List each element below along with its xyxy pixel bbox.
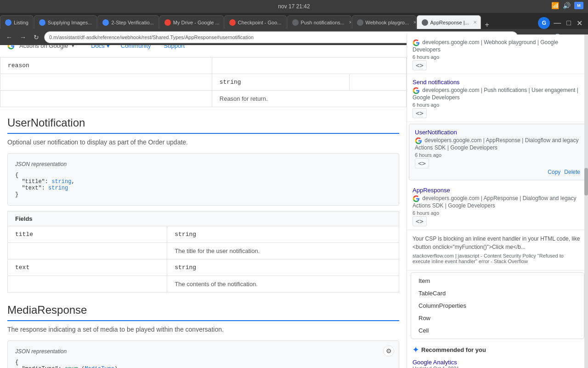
media-response-heading: MediaResponse (7, 304, 399, 321)
tab-2step[interactable]: 2-Step Verificatio... (97, 15, 158, 29)
tab-appresponse[interactable]: AppResponse |... ✕ (417, 15, 481, 29)
history-item-webhook[interactable]: developers.google.com | Webhook playgrou… (407, 34, 588, 74)
table-row: Reason for return. (0, 91, 407, 107)
media-response-json-block: JSON representation { "mediaType": enum … (7, 340, 399, 368)
reload-button[interactable]: ↻ (31, 33, 41, 42)
dropdown-item-columnproperties[interactable]: ColumnProperties (411, 299, 584, 312)
page-wrapper: Actions on Google ▾ Docs ▾ Community Sup… (0, 34, 588, 368)
history-item-csp[interactable]: Your CSP is blocking an inline event han… (407, 230, 588, 270)
browser-chrome: nov 17 21:42 📶 🔊 M Listing Supplying Ima… (0, 0, 588, 34)
recommended-label: Recommended for you (421, 346, 486, 353)
settings-icon[interactable]: ⚙ (383, 345, 394, 356)
tab-webhook-close[interactable]: ✕ (413, 20, 416, 25)
new-tab-button[interactable]: + (481, 21, 493, 29)
csp-domain: stackoverflow.com | javascript - Content… (413, 253, 582, 264)
code-icon-send-notif: <> (413, 109, 582, 117)
close-button[interactable]: ✕ (575, 19, 584, 28)
reason-desc-empty (0, 91, 212, 107)
tab-mydrive[interactable]: My Drive - Google ... (159, 15, 224, 29)
main-content: Actions on Google ▾ Docs ▾ Community Sup… (0, 34, 407, 368)
user-notification-heading: UserNotification (7, 116, 399, 134)
send-notif-time: 6 hours ago (413, 102, 582, 108)
minimize-button[interactable]: — (552, 19, 563, 27)
user-notif-history-time: 6 hours ago (415, 152, 580, 158)
top-table-container: reason string Reason for return. (0, 58, 407, 107)
send-notif-title[interactable]: Send notifications (413, 79, 582, 86)
copy-delete-row: Copy Delete (415, 169, 580, 175)
forward-button[interactable]: → (17, 33, 28, 42)
reason-field-empty (0, 74, 212, 91)
send-notif-domain-text: developers.google.com | Push notificatio… (413, 87, 578, 101)
fields-header: Fields (7, 211, 399, 226)
code-icon-appresponse: <> (413, 218, 582, 225)
analytics-title[interactable]: Google Analytics (413, 359, 582, 366)
user-notification-section: UserNotification Optional user notificat… (0, 116, 407, 293)
dropdown-item-row[interactable]: Row (411, 312, 584, 324)
json-code-display: { "title": string, "text": string } (15, 172, 391, 198)
webhook-domain-text: developers.google.com | Webhook playgrou… (413, 39, 558, 53)
user-notif-history-domain: developers.google.com | AppResponse | Di… (415, 137, 580, 151)
table-row: text string (8, 259, 399, 276)
reason-field-empty2 (350, 74, 407, 91)
tab-checkpoint-label: Checkpoint - Goo... (238, 20, 282, 25)
tabs-bar: Listing Supplying Images... 2-Step Verif… (0, 13, 588, 29)
text-empty (8, 276, 167, 293)
media-response-desc: The response indicating a set of media t… (7, 326, 399, 333)
history-item-appresponse[interactable]: AppResponse developers.google.com | AppR… (407, 182, 588, 230)
title-field-desc: The title for the user notification. (167, 243, 399, 259)
copy-button[interactable]: Copy (548, 169, 560, 175)
tab-supplying-label: Supplying Images... (48, 20, 92, 25)
tab-checkpoint[interactable]: Checkpoint - Goo... (224, 15, 287, 29)
tab-appresponse-close[interactable]: ✕ (473, 20, 477, 25)
user-notif-history-title[interactable]: UserNotification (415, 129, 580, 136)
tab-push[interactable]: Push notifications... ✕ (287, 15, 351, 29)
send-notif-domain: developers.google.com | Push notificatio… (413, 87, 582, 101)
tab-webhook[interactable]: Webhook playgro... ✕ (352, 15, 416, 29)
profile-icon: G (538, 17, 550, 29)
code-icon-webhook: <> (413, 62, 582, 69)
appresponse-history-domain-text: developers.google.com | AppResponse | Di… (413, 195, 576, 209)
title-empty (8, 243, 167, 259)
delete-button[interactable]: Delete (564, 169, 580, 175)
dropdown-item-cell[interactable]: Cell (411, 324, 584, 337)
reason-table: reason string Reason for return. (0, 58, 407, 107)
title-bar: nov 17 21:42 📶 🔊 M (0, 0, 588, 13)
address-text: 0.m/assistant/df-asdk/reference/webhook/… (49, 34, 254, 40)
sparkle-icon: ✦ (413, 345, 418, 354)
back-button[interactable]: ← (4, 33, 15, 42)
appresponse-history-domain: developers.google.com | AppResponse | Di… (413, 195, 582, 209)
webhook-time: 6 hours ago (413, 54, 582, 60)
recommended-section: ✦ Recommended for you Google Analytics U… (407, 341, 588, 368)
table-row: title string (8, 226, 399, 243)
dropdown-item-item[interactable]: Item (411, 275, 584, 287)
recommended-item-analytics[interactable]: Google Analytics Updated Oct 1, 2021 (413, 359, 582, 368)
history-item-send-notif[interactable]: Send notifications developers.google.com… (407, 74, 588, 122)
tab-push-close[interactable]: ✕ (349, 20, 351, 25)
tab-listing[interactable]: Listing (0, 15, 34, 29)
fields-table: title string The title for the user noti… (7, 226, 399, 293)
text-field-desc: The contents of the notification. (167, 276, 399, 293)
history-item-user-notif[interactable]: UserNotification developers.google.com |… (409, 124, 586, 180)
code-icon-user-notif: <> (415, 160, 580, 167)
tab-supplying[interactable]: Supplying Images... (34, 15, 97, 29)
tab-2step-label: 2-Step Verificatio... (111, 20, 153, 25)
user-notif-history-domain-text: developers.google.com | AppResponse | Di… (415, 137, 578, 151)
json-block-title: JSON representation (15, 161, 391, 167)
clock-display: nov 17 21:42 (278, 3, 310, 10)
text-field-name: text (8, 259, 167, 276)
appresponse-history-time: 6 hours ago (413, 210, 582, 216)
user-notification-desc: Optional user notification to display as… (7, 138, 399, 146)
media-json-code: { "mediaType": enum (MediaType), "mediaO… (15, 359, 391, 368)
reason-field-desc: Reason for return. (212, 91, 406, 107)
sidebar-scrollbar[interactable] (584, 34, 588, 368)
volume-icon: 🔊 (563, 2, 571, 9)
tab-appresponse-label: AppResponse |... (430, 20, 469, 25)
reason-spacer (212, 58, 406, 74)
sidebar-panel[interactable]: developers.google.com | Webhook playgrou… (407, 34, 588, 368)
maximize-button[interactable]: □ (565, 19, 573, 27)
appresponse-history-title[interactable]: AppResponse (413, 187, 582, 194)
tab-mydrive-label: My Drive - Google ... (173, 20, 220, 25)
doc-content[interactable]: reason string Reason for return. (0, 58, 407, 368)
dropdown-item-tablecard[interactable]: TableCard (411, 287, 584, 299)
network-icon: 📶 (551, 2, 559, 9)
